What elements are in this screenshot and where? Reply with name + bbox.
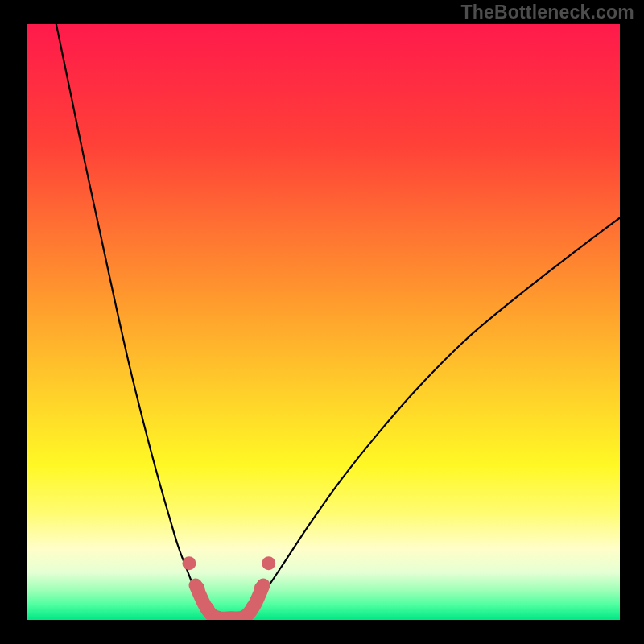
left-curve (56, 24, 218, 620)
watermark-text: TheBottleneck.com (460, 2, 634, 23)
data-marker (262, 556, 275, 570)
data-marker (246, 601, 259, 614)
right-curve (243, 218, 620, 621)
data-marker (182, 556, 196, 570)
curve-layer (27, 24, 620, 620)
plot-area (27, 24, 620, 620)
data-marker (254, 581, 268, 595)
data-marker (191, 581, 204, 595)
chart-frame: TheBottleneck.com (0, 0, 644, 644)
